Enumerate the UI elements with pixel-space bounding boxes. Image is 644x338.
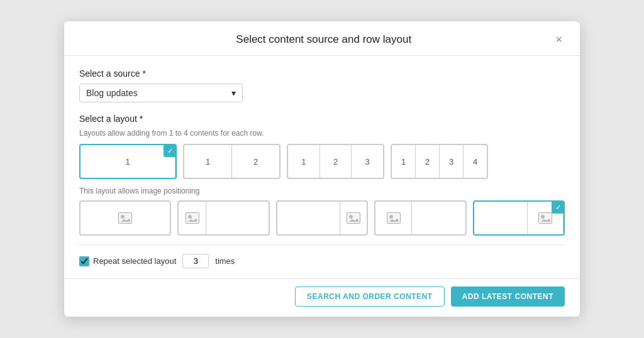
img-cell — [474, 202, 528, 234]
layout-cell: 1 — [80, 145, 175, 178]
image-icon — [347, 212, 360, 224]
modal-footer: SEARCH AND ORDER CONTENT ADD LATEST CONT… — [64, 278, 580, 317]
selected-checkmark: ✓ — [552, 201, 564, 214]
repeat-row: Repeat selected layout 3 times — [79, 244, 565, 268]
layout-subtitle: Layouts allow adding from 1 to 4 content… — [79, 129, 565, 138]
image-icon — [186, 212, 199, 224]
selected-checkmark: ✓ — [164, 144, 176, 157]
layout-card-2col[interactable]: 1 2 — [183, 144, 280, 179]
img-layout-card-2[interactable] — [177, 200, 269, 236]
layout-cell: 3 — [440, 145, 464, 178]
img-cell — [80, 202, 170, 234]
image-layout-label: This layout allows image positioning — [79, 187, 565, 195]
img-cell — [277, 202, 340, 234]
layout-cell: 1 — [288, 145, 320, 178]
img-cell — [179, 202, 206, 234]
layout-cell: 2 — [416, 145, 440, 178]
image-icon — [118, 212, 132, 224]
image-layouts-row: ✓ — [79, 200, 565, 236]
img-layout-card-5[interactable]: ✓ — [473, 200, 565, 236]
source-dropdown[interactable]: Blog updates ▾ — [79, 84, 243, 102]
repeat-count-input[interactable]: 3 — [182, 254, 209, 268]
search-and-order-button[interactable]: SEARCH AND ORDER CONTENT — [295, 286, 445, 307]
add-latest-content-button[interactable]: ADD LATEST CONTENT — [451, 286, 565, 307]
image-icon — [538, 212, 552, 224]
repeat-checkbox-wrap: Repeat selected layout — [79, 256, 176, 266]
modal-body: Select a source * Blog updates ▾ Select … — [64, 56, 580, 278]
repeat-label: Repeat selected layout — [93, 256, 176, 266]
repeat-checkbox[interactable] — [79, 256, 89, 266]
img-cell — [375, 202, 412, 234]
img-layout-card-3[interactable] — [276, 200, 368, 236]
source-selected-value: Blog updates — [86, 88, 138, 98]
layout-cell: 1 — [184, 145, 232, 178]
layout-cell: 3 — [352, 145, 383, 178]
layout-label: Select a layout * — [79, 114, 565, 124]
number-layouts-row: 1 ✓ 1 2 1 2 3 1 2 3 — [79, 144, 565, 179]
layout-cell: 2 — [232, 145, 279, 178]
layout-card-3col[interactable]: 1 2 3 — [287, 144, 384, 179]
img-cell — [340, 202, 367, 234]
modal: Select content source and row layout × S… — [64, 21, 580, 317]
img-layout-card-1[interactable] — [79, 200, 171, 236]
times-label: times — [215, 256, 235, 266]
modal-overlay: Select content source and row layout × S… — [0, 0, 644, 338]
layout-cell: 4 — [464, 145, 487, 178]
img-cell — [412, 202, 465, 234]
source-label: Select a source * — [79, 68, 565, 79]
close-button[interactable]: × — [553, 33, 565, 46]
layout-cell: 2 — [320, 145, 352, 178]
modal-header: Select content source and row layout × — [64, 21, 580, 56]
chevron-down-icon: ▾ — [231, 88, 236, 98]
layout-cell: 1 — [392, 145, 416, 178]
layout-card-1col[interactable]: 1 ✓ — [79, 144, 177, 179]
layout-card-4col[interactable]: 1 2 3 4 — [391, 144, 488, 179]
img-layout-card-4[interactable] — [374, 200, 466, 236]
image-icon — [387, 212, 401, 224]
modal-title: Select content source and row layout — [94, 33, 553, 46]
img-cell — [206, 202, 269, 234]
